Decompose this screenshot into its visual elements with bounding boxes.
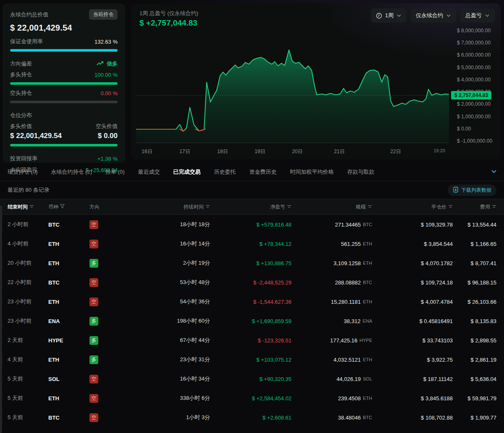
long-position-bar <box>10 82 118 85</box>
fee-cell: $ 2,898.55 <box>453 337 496 344</box>
coin-cell: BTC <box>48 279 89 286</box>
long-position-pct: 100.00 % <box>94 72 118 78</box>
tab-order-history[interactable]: 历史委托 <box>214 168 236 176</box>
col-header[interactable]: 平仓价 <box>372 203 453 211</box>
collapse-chevron-icon[interactable] <box>491 168 497 176</box>
y-tick: $ 6,000,000.00 <box>457 52 491 58</box>
tab-recent-fills[interactable]: 最近成交 <box>138 168 160 176</box>
long-position-label: 多头持仓 <box>10 71 32 78</box>
net-pnl-cell: $ -123,326.51 <box>210 337 291 344</box>
records-count-label: 最近的 80 条记录 <box>8 186 50 194</box>
pnl-area-chart[interactable]: 16日17日18日19日20日21日22日19:20 <box>136 29 449 143</box>
sort-icon[interactable] <box>29 204 34 210</box>
direction-cell: 空 <box>89 278 115 287</box>
table-row[interactable]: 5 天前ETH空338小时 6分$ +2,584,454.02239.4508E… <box>0 389 504 408</box>
range-dropdown[interactable]: 1周 <box>371 8 407 23</box>
chart-controls: 1周仅永续合约总盈亏 <box>371 8 495 23</box>
table-row[interactable]: 2 天前HYPE多67小时 44分$ -123,326.51177,425.16… <box>0 331 504 350</box>
duration-cell: 16小时 34分 <box>115 375 210 383</box>
x-tick: 17日 <box>179 148 190 155</box>
tab-twap[interactable]: 时间加权平均价格 <box>290 168 334 176</box>
fee-cell: $ 8,707.41 <box>453 260 496 266</box>
x-tick: 19:20 <box>433 148 445 153</box>
direction-badge: 空 <box>89 240 98 248</box>
distribution-title: 仓位分布 <box>10 112 118 119</box>
coin-cell: SOL <box>48 376 89 382</box>
tab-funding-history[interactable]: 资金费历史 <box>249 168 277 176</box>
table-row[interactable]: 23 小时前ETH空54小时 36分$ -1,544,627.3615,280.… <box>0 292 504 311</box>
tab-perp-positions[interactable]: 永续合约持仓 (2) <box>51 168 92 176</box>
direction-badge: 空 <box>89 413 98 422</box>
col-header[interactable]: 持续时间 <box>115 203 210 211</box>
col-header[interactable]: 币种 <box>48 203 89 211</box>
tab-completed-trades[interactable]: 已完成交易 <box>173 168 201 176</box>
x-tick: 21日 <box>334 148 344 155</box>
short-value: $ 0.00 <box>98 132 118 140</box>
close-price-cell: $ 33.743103 <box>372 337 453 344</box>
table-row[interactable]: 4 小时前ETH空16小时 14分$ +78,344.12561.255ETH$… <box>0 234 504 253</box>
pnl-chart-panel: 1周 总盈亏 (仅永续合约) $ +2,757,044.83 1周仅永续合约总盈… <box>131 3 501 159</box>
sort-icon[interactable] <box>205 204 210 210</box>
y-tick: $ 2,000,000.00 <box>457 101 491 107</box>
sort-icon[interactable] <box>492 204 496 210</box>
duration-cell: 338小时 6分 <box>115 394 210 402</box>
table-row[interactable]: 23 小时前ENA多198小时 60分$ +1,690,859.5938,312… <box>0 311 504 331</box>
sort-icon[interactable] <box>287 204 291 210</box>
portfolio-title: 永续合约总价值 <box>10 11 48 18</box>
sort-icon[interactable] <box>448 204 453 210</box>
fee-cell: $ 96,188.15 <box>453 279 496 286</box>
direction-cell: 空 <box>89 394 115 403</box>
table-row[interactable]: 2 小时前BTC空18小时 18分$ +579,816.48271.34465B… <box>0 215 504 234</box>
short-position-label: 空头持仓 <box>10 89 32 97</box>
close-price-cell: $ 108,702.88 <box>372 415 453 421</box>
duration-cell: 198小时 60分 <box>115 317 210 325</box>
table-row[interactable]: 5 天前SOL空16小时 34分$ +90,320.3544,026.19SOL… <box>0 369 504 389</box>
fee-cell: $ 59,981.79 <box>453 395 496 402</box>
close-price-cell: $ 109,724.18 <box>372 279 453 286</box>
close-price-cell: $ 109,329.78 <box>372 222 453 228</box>
duration-cell: 2小时 19分 <box>115 259 210 267</box>
table-row[interactable]: 20 小时前ETH多2小时 19分$ +130,886.753,109.1258… <box>0 253 504 273</box>
direction-badge: 多 <box>89 336 98 345</box>
y-tick: $ 7,000,000.00 <box>457 40 491 46</box>
metric-dropdown[interactable]: 总盈亏 <box>460 8 495 23</box>
table-row[interactable]: 4 天前ETH多23小时 31分$ +103,075.124,032.5121E… <box>0 350 504 369</box>
tab-deposits-withdrawals[interactable]: 存款与取款 <box>347 168 375 176</box>
col-header[interactable]: 规模 <box>291 203 372 211</box>
coin-cell: HYPE <box>48 337 89 344</box>
close-price-cell: $ 3,922.75 <box>372 357 453 363</box>
margin-usage-bar <box>10 49 118 52</box>
col-header[interactable]: 净盈亏 <box>210 203 291 211</box>
download-list-button[interactable]: 下载列表数据 <box>448 185 496 196</box>
current-pnl-tag: $ 2,757,044.83 <box>451 91 491 99</box>
net-pnl-cell: $ +1,690,859.59 <box>210 318 291 324</box>
table-scrollbar[interactable] <box>0 206 2 433</box>
table-row[interactable]: 5 天前BTC空1小时 3分$ +2,608.6138.48046BTC$ 10… <box>0 408 504 427</box>
sort-icon[interactable] <box>368 204 372 210</box>
scope-dropdown[interactable]: 仅永续合约 <box>411 8 456 23</box>
direction-cell: 多 <box>89 317 115 326</box>
direction-badge: 多 <box>89 259 98 268</box>
long-value: $ 22,001,429.54 <box>10 132 62 140</box>
coin-cell: ETH <box>48 260 89 266</box>
tab-spot-positions[interactable]: 现货持仓 (0) <box>8 168 38 176</box>
direction-cell: 多 <box>89 259 115 268</box>
filter-icon[interactable] <box>60 204 65 210</box>
col-header[interactable]: 方向 <box>89 203 115 211</box>
x-tick: 20日 <box>292 148 302 155</box>
net-pnl-cell: $ -2,448,525.29 <box>210 279 291 286</box>
col-header[interactable]: 结束时间 <box>8 203 48 211</box>
roi-label: 投资回报率 <box>10 155 37 162</box>
fee-cell: $ 8,135.83 <box>453 318 496 324</box>
col-header[interactable]: 费用 <box>453 203 496 211</box>
direction-badge: 多 <box>89 355 98 364</box>
portfolio-panel: 永续合约总价值 当前持仓 $ 22,001,429.54 保证金使用率 132.… <box>3 3 125 163</box>
y-tick: $ 8,000,000.00 <box>457 28 491 34</box>
close-price-cell: $ 187.11142 <box>372 376 453 382</box>
tab-open-orders[interactable]: 挂单 (0) <box>105 168 125 176</box>
x-tick: 19日 <box>255 148 265 155</box>
net-pnl-cell: $ +2,608.61 <box>210 415 291 421</box>
size-cell: 38,312ENA <box>291 318 372 324</box>
table-row[interactable]: 22 小时前BTC空53小时 48分$ -2,448,525.29288.088… <box>0 273 504 292</box>
net-pnl-cell: $ -1,544,627.36 <box>210 299 291 305</box>
